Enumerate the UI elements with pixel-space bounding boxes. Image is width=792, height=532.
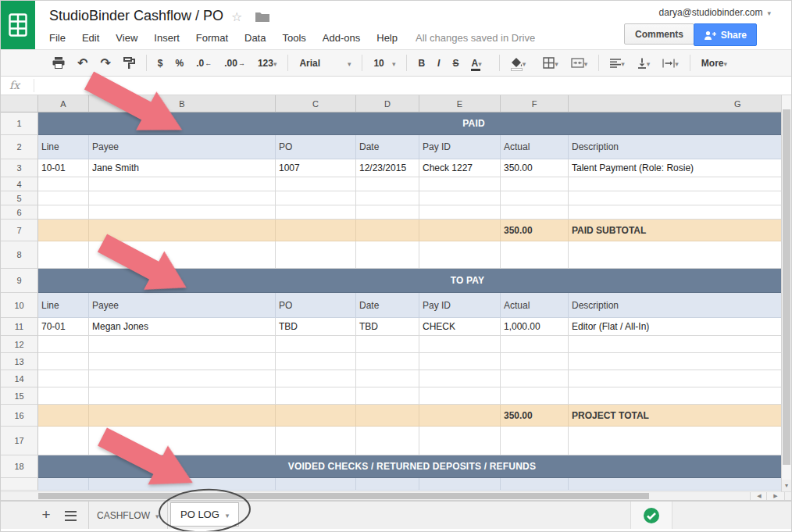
grid-cell[interactable]: [89, 405, 276, 427]
bold-button[interactable]: B: [412, 54, 431, 73]
menu-item-add-ons[interactable]: Add-ons: [323, 32, 360, 44]
italic-button[interactable]: I: [431, 54, 446, 73]
font-size-select[interactable]: 10: [367, 54, 401, 73]
grid-cell[interactable]: [501, 387, 569, 405]
row-header[interactable]: 2: [1, 135, 38, 159]
grid-cell[interactable]: [419, 177, 501, 191]
print-button[interactable]: [46, 54, 71, 73]
grid-cell[interactable]: Megan Jones: [89, 318, 276, 336]
grid-cell[interactable]: [276, 205, 356, 220]
select-all-corner[interactable]: [1, 95, 38, 112]
row-header[interactable]: 10: [1, 293, 38, 318]
grid-cell[interactable]: PO: [276, 135, 356, 159]
grid-cell[interactable]: [501, 336, 569, 353]
grid-cell[interactable]: Payee: [89, 135, 276, 159]
grid-cell[interactable]: Line: [38, 293, 89, 318]
grid-cell[interactable]: [419, 191, 501, 205]
row-header[interactable]: 14: [1, 370, 38, 387]
grid-cell[interactable]: [356, 177, 419, 191]
all-sheets-button[interactable]: [65, 511, 77, 521]
grid-cell[interactable]: [276, 177, 356, 191]
grid-cell[interactable]: [276, 427, 356, 455]
scroll-down-button[interactable]: [782, 480, 791, 491]
menu-item-view[interactable]: View: [116, 32, 137, 44]
grid-cell[interactable]: TBD: [276, 318, 356, 336]
grid-cell[interactable]: [38, 220, 89, 241]
grid-cell[interactable]: [276, 220, 356, 241]
grid-cell[interactable]: Date: [356, 293, 419, 318]
account-menu[interactable]: darya@studiobinder.com: [659, 7, 771, 18]
menu-item-data[interactable]: Data: [244, 32, 266, 44]
paint-format-button[interactable]: [117, 54, 141, 73]
grid-cell[interactable]: [38, 387, 89, 405]
grid-cell[interactable]: [419, 427, 501, 455]
number-format-button[interactable]: 123: [252, 54, 284, 73]
text-color-button[interactable]: A: [465, 54, 494, 73]
grid-cell[interactable]: [569, 387, 783, 405]
row-header[interactable]: 17: [1, 427, 38, 455]
borders-button[interactable]: [537, 54, 565, 73]
grid-cell[interactable]: 1007: [276, 159, 356, 177]
menu-item-edit[interactable]: Edit: [82, 32, 99, 44]
grid-cell[interactable]: Jane Smith: [89, 159, 276, 177]
grid-cell[interactable]: [356, 191, 419, 205]
row-header[interactable]: 5: [1, 191, 38, 205]
column-header-F[interactable]: F: [501, 95, 569, 112]
menu-item-file[interactable]: File: [49, 32, 66, 44]
share-button[interactable]: Share: [694, 23, 757, 46]
grid-cell[interactable]: [356, 353, 419, 370]
grid-cell[interactable]: [276, 387, 356, 405]
grid-cell[interactable]: PROJECT TOTAL: [569, 405, 783, 427]
grid-cell[interactable]: [356, 220, 419, 241]
grid-cell[interactable]: [38, 427, 89, 455]
section-header-cell[interactable]: VOIDED CHECKS / RETURNED DEPOSITS / REFU…: [38, 455, 783, 478]
grid-cell[interactable]: [89, 205, 276, 220]
grid-cell[interactable]: [276, 478, 356, 491]
grid-cell[interactable]: [569, 336, 783, 353]
horizontal-align-button[interactable]: [604, 54, 631, 73]
grid-cell[interactable]: [38, 370, 89, 387]
grid-cell[interactable]: [419, 478, 501, 491]
grid-cell[interactable]: 10-01: [38, 159, 89, 177]
grid-cell[interactable]: [89, 191, 276, 205]
grid-cell[interactable]: [569, 241, 783, 269]
grid-cell[interactable]: [569, 478, 783, 491]
grid-cell[interactable]: [89, 387, 276, 405]
grid-cell[interactable]: [569, 353, 783, 370]
more-button[interactable]: More: [695, 54, 733, 73]
grid-cell[interactable]: [276, 353, 356, 370]
grid-cell[interactable]: [89, 177, 276, 191]
grid-cell[interactable]: Description: [569, 135, 783, 159]
grid-cell[interactable]: [38, 177, 89, 191]
font-family-select[interactable]: Arial: [293, 54, 357, 73]
grid-cell[interactable]: [276, 191, 356, 205]
grid-cell[interactable]: [89, 370, 276, 387]
grid-cell[interactable]: [569, 205, 783, 220]
grid-cell[interactable]: [356, 387, 419, 405]
row-header[interactable]: 15: [1, 387, 38, 405]
row-header[interactable]: 16: [1, 405, 38, 427]
menu-item-insert[interactable]: Insert: [154, 32, 180, 44]
grid-cell[interactable]: [356, 427, 419, 455]
column-header-C[interactable]: C: [276, 95, 356, 112]
grid-cell[interactable]: 350.00: [501, 220, 569, 241]
grid-cell[interactable]: [419, 387, 501, 405]
format-percent-button[interactable]: %: [169, 54, 191, 73]
strikethrough-button[interactable]: S: [446, 54, 465, 73]
grid-cell[interactable]: [38, 478, 89, 491]
column-header-B[interactable]: B: [89, 95, 276, 112]
row-header[interactable]: 12: [1, 336, 38, 353]
column-header-G[interactable]: G: [569, 95, 783, 112]
grid-cell[interactable]: [356, 336, 419, 353]
grid-cell[interactable]: [501, 205, 569, 220]
grid-cell[interactable]: [38, 336, 89, 353]
grid-cell[interactable]: [419, 370, 501, 387]
grid-cell[interactable]: [419, 336, 501, 353]
grid-cell[interactable]: [501, 241, 569, 269]
star-icon[interactable]: [231, 9, 242, 24]
grid-cell[interactable]: [89, 478, 276, 491]
row-header[interactable]: 18: [1, 455, 38, 478]
grid-cell[interactable]: [89, 353, 276, 370]
fill-color-button[interactable]: [505, 54, 537, 73]
horizontal-scrollbar[interactable]: [1, 491, 791, 501]
